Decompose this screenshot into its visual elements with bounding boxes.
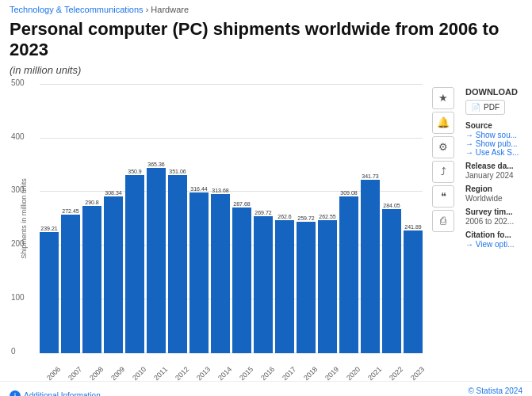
bar-group[interactable]: 269.72 (254, 100, 273, 353)
pdf-icon: 📄 (471, 103, 480, 112)
pdf-download-button[interactable]: 📄 PDF (465, 100, 505, 115)
bell-button[interactable]: 🔔 (432, 112, 454, 134)
statista-credit: © Statista 2024 (468, 386, 522, 395)
quote-button[interactable]: ❝ (432, 185, 454, 208)
chart-bar[interactable] (361, 180, 380, 353)
breadcrumb: Technology & Telecommunications › Hardwa… (0, 0, 532, 16)
bar-value-label: 284.05 (383, 203, 400, 208)
page-title: Personal computer (PC) shipments worldwi… (0, 16, 532, 63)
bar-value-label: 239.21 (40, 226, 57, 231)
release-date-title: Release da... (465, 162, 527, 170)
bar-value-label: 313.68 (212, 188, 228, 193)
release-date-value: January 2024 (465, 171, 527, 180)
chart-bar[interactable] (189, 192, 209, 353)
bar-group[interactable]: 313.68 (211, 100, 230, 353)
bar-group[interactable]: 262.55 (318, 100, 337, 353)
survey-time-value: 2006 to 202... (465, 217, 527, 226)
y-axis-label: Shipments in million units (20, 178, 28, 259)
bar-value-label: 365.36 (147, 162, 164, 167)
bar-value-label: 308.34 (105, 190, 121, 196)
bar-group[interactable]: 259.72 (297, 100, 316, 353)
chart-bar[interactable] (168, 175, 187, 353)
bar-value-label: 290.8 (85, 200, 99, 205)
star-button[interactable]: ★ (432, 87, 454, 109)
breadcrumb-link-tech[interactable]: Technology & Telecommunications (10, 5, 144, 14)
bar-value-label: 287.68 (233, 201, 250, 207)
chart-bar[interactable] (82, 206, 101, 353)
source-link-1[interactable]: → Show sou... (465, 131, 527, 139)
bar-group[interactable]: 241.89 (404, 100, 423, 353)
chart-bar[interactable] (297, 222, 316, 353)
chart-bar[interactable] (275, 220, 294, 353)
settings-button[interactable]: ⚙ (432, 136, 454, 158)
bar-group[interactable]: 262.6 (275, 100, 294, 353)
chart-bar[interactable] (382, 209, 401, 353)
bar-value-label: 269.72 (255, 210, 271, 215)
chart-bar[interactable] (318, 220, 337, 353)
chart-bar[interactable] (147, 168, 166, 353)
citation-link[interactable]: → View opti... (465, 240, 527, 249)
bar-value-label: 341.73 (362, 173, 378, 179)
bar-value-label: 351.06 (169, 169, 186, 174)
bar-group[interactable]: 239.21 (40, 100, 59, 353)
chart-bar[interactable] (211, 194, 230, 353)
share-button[interactable]: ⤴ (432, 161, 454, 183)
bar-value-label: 262.6 (277, 214, 292, 219)
bar-value-label: 241.89 (404, 224, 421, 230)
region-value: Worldwide (465, 194, 527, 203)
survey-time-title: Survey tim... (465, 208, 527, 216)
chart-bar[interactable] (125, 175, 144, 353)
info-icon: i (10, 390, 21, 396)
citation-title: Citation fo... (465, 230, 527, 239)
bar-group[interactable]: 284.05 (382, 100, 401, 353)
chart-bar[interactable] (254, 216, 273, 353)
region-title: Region (465, 185, 527, 193)
bar-group[interactable]: 351.06 (168, 100, 187, 353)
bar-group[interactable]: 309.08 (339, 100, 358, 353)
bar-group[interactable]: 287.68 (232, 100, 251, 353)
source-link-3[interactable]: → Use Ask S... (465, 148, 527, 157)
bar-group[interactable]: 365.36 (147, 100, 166, 353)
bar-group[interactable]: 316.44 (189, 100, 209, 353)
source-link-2[interactable]: → Show pub... (465, 139, 527, 148)
bar-group[interactable]: 341.73 (361, 100, 380, 353)
page-subtitle: (in million units) (0, 63, 532, 81)
bar-group[interactable]: 290.8 (82, 100, 101, 353)
chart-bar[interactable] (232, 208, 251, 353)
bar-value-label: 272.45 (62, 208, 78, 214)
breadcrumb-hardware: Hardware (151, 5, 189, 14)
download-title: DOWNLOAD (465, 87, 527, 97)
bar-value-label: 262.55 (319, 214, 335, 219)
bar-value-label: 259.72 (297, 215, 314, 221)
source-title: Source (465, 121, 527, 130)
bar-value-label: 316.44 (190, 186, 207, 192)
chart-bar[interactable] (40, 232, 59, 353)
chart-bar[interactable] (404, 230, 423, 353)
bar-value-label: 350.9 (128, 169, 142, 174)
print-button[interactable]: ⎙ (432, 210, 454, 232)
chart-bar[interactable] (104, 196, 123, 352)
chart-bar[interactable] (61, 215, 80, 352)
additional-info-label: Additional Information (24, 391, 101, 396)
chart-bar[interactable] (339, 196, 358, 353)
bar-group[interactable]: 350.9 (125, 100, 144, 353)
additional-info-button[interactable]: i Additional Information (10, 390, 101, 396)
bar-group[interactable]: 272.45 (61, 100, 80, 353)
bar-value-label: 309.08 (340, 190, 357, 196)
bar-group[interactable]: 308.34 (104, 100, 123, 353)
